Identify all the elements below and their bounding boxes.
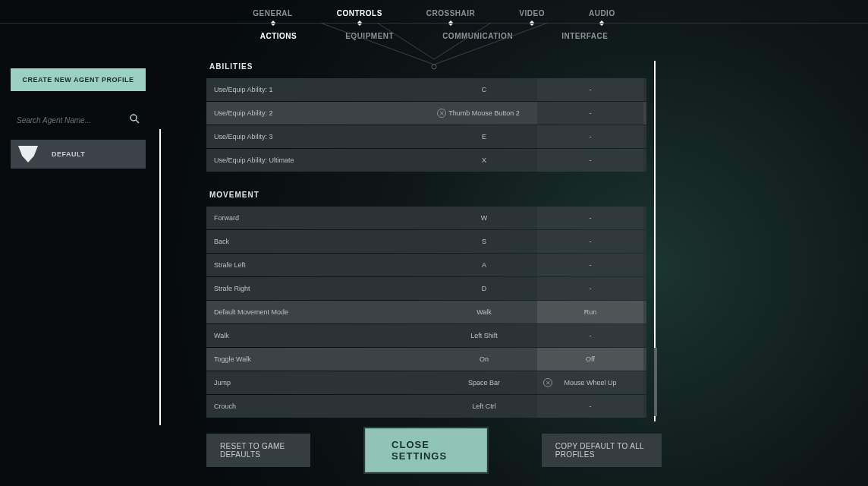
binding-label: Default Movement Mode bbox=[206, 301, 431, 323]
search-input[interactable] bbox=[17, 116, 130, 125]
tab-audio[interactable]: AUDIO bbox=[589, 6, 615, 21]
tab-crosshair[interactable]: CROSSHAIR bbox=[426, 6, 476, 21]
binding-row: Strafe RightD- bbox=[206, 277, 646, 300]
search-wrap bbox=[11, 109, 146, 131]
subtab-actions[interactable]: ACTIONS bbox=[260, 32, 297, 40]
binding-primary[interactable]: On bbox=[431, 348, 537, 371]
binding-primary[interactable]: W bbox=[431, 207, 537, 229]
close-settings-button[interactable]: CLOSE SETTINGS bbox=[365, 428, 487, 472]
reset-defaults-button[interactable]: RESET TO GAME DEFAULTS bbox=[206, 434, 310, 467]
main-tabs: GENERALCONTROLSCROSSHAIRVIDEOAUDIO bbox=[0, 0, 868, 23]
subtab-interface[interactable]: INTERFACE bbox=[561, 32, 608, 40]
binding-secondary[interactable]: - bbox=[537, 324, 643, 347]
binding-row: WalkLeft Shift- bbox=[206, 324, 646, 347]
binding-label: Use/Equip Ability: Ultimate bbox=[206, 149, 431, 172]
subtab-equipment[interactable]: EQUIPMENT bbox=[345, 32, 394, 40]
binding-primary[interactable]: Left Ctrl bbox=[431, 395, 537, 418]
binding-secondary[interactable]: ✕Mouse Wheel Up bbox=[537, 371, 643, 394]
binding-label: Back bbox=[206, 230, 431, 253]
binding-primary[interactable]: Space Bar bbox=[431, 371, 537, 394]
binding-primary[interactable]: Walk bbox=[431, 301, 537, 323]
binding-secondary[interactable]: Run bbox=[537, 301, 643, 323]
binding-row: Use/Equip Ability: UltimateX- bbox=[206, 149, 646, 172]
binding-secondary[interactable]: - bbox=[537, 277, 643, 300]
binding-primary[interactable]: ✕Thumb Mouse Button 2 bbox=[431, 102, 537, 125]
binding-label: Use/Equip Ability: 2 bbox=[206, 102, 431, 125]
binding-row: Toggle WalkOnOff bbox=[206, 348, 646, 371]
sub-tabs: ACTIONSEQUIPMENTCOMMUNICATIONINTERFACE bbox=[0, 23, 868, 46]
svg-point-5 bbox=[131, 115, 137, 121]
binding-row: Use/Equip Ability: 2✕Thumb Mouse Button … bbox=[206, 102, 646, 125]
settings-content: ABILITIESUse/Equip Ability: 1C-Use/Equip… bbox=[206, 59, 646, 422]
binding-secondary[interactable]: - bbox=[537, 149, 643, 172]
binding-row: Strafe LeftA- bbox=[206, 254, 646, 276]
binding-secondary[interactable]: - bbox=[537, 207, 643, 229]
binding-row: ForwardW- bbox=[206, 207, 646, 229]
section-title: MOVEMENT bbox=[209, 191, 646, 199]
binding-primary[interactable]: A bbox=[431, 254, 537, 276]
clear-binding-icon[interactable]: ✕ bbox=[543, 378, 552, 387]
copy-profiles-button[interactable]: COPY DEFAULT TO ALL PROFILES bbox=[542, 434, 662, 467]
binding-row: CrouchLeft Ctrl- bbox=[206, 395, 646, 418]
create-profile-button[interactable]: CREATE NEW AGENT PROFILE bbox=[11, 68, 146, 91]
subtab-communication[interactable]: COMMUNICATION bbox=[442, 32, 513, 40]
binding-secondary[interactable]: - bbox=[537, 78, 643, 101]
scrollbar-left bbox=[159, 129, 161, 425]
binding-primary[interactable]: X bbox=[431, 149, 537, 172]
section-title: ABILITIES bbox=[209, 62, 646, 71]
tab-video[interactable]: VIDEO bbox=[519, 6, 545, 21]
binding-secondary[interactable]: - bbox=[537, 125, 643, 148]
binding-row: Default Movement ModeWalkRun bbox=[206, 301, 646, 323]
tab-controls[interactable]: CONTROLS bbox=[337, 6, 382, 21]
profile-item-default[interactable]: DEFAULT bbox=[11, 140, 146, 169]
binding-secondary[interactable]: - bbox=[537, 395, 643, 418]
binding-row: Use/Equip Ability: 3E- bbox=[206, 125, 646, 148]
binding-secondary[interactable]: Off bbox=[537, 348, 643, 371]
valorant-logo-icon bbox=[18, 146, 38, 163]
binding-primary[interactable]: C bbox=[431, 78, 537, 101]
clear-binding-icon[interactable]: ✕ bbox=[437, 109, 446, 118]
binding-label: Jump bbox=[206, 371, 431, 394]
binding-label: Walk bbox=[206, 324, 431, 347]
svg-line-6 bbox=[136, 120, 139, 123]
binding-row: JumpSpace Bar✕Mouse Wheel Up bbox=[206, 371, 646, 394]
binding-secondary[interactable]: - bbox=[537, 254, 643, 276]
footer: RESET TO GAME DEFAULTS CLOSE SETTINGS CO… bbox=[206, 428, 662, 472]
binding-label: Strafe Left bbox=[206, 254, 431, 276]
search-icon[interactable] bbox=[130, 114, 140, 126]
binding-label: Toggle Walk bbox=[206, 348, 431, 371]
binding-row: Use/Equip Ability: 1C- bbox=[206, 78, 646, 101]
sidebar: CREATE NEW AGENT PROFILE DEFAULT bbox=[11, 68, 146, 169]
binding-label: Forward bbox=[206, 207, 431, 229]
binding-label: Use/Equip Ability: 1 bbox=[206, 78, 431, 101]
binding-label: Crouch bbox=[206, 395, 431, 418]
binding-label: Use/Equip Ability: 3 bbox=[206, 125, 431, 148]
binding-primary[interactable]: S bbox=[431, 230, 537, 253]
scrollbar-thumb[interactable] bbox=[654, 348, 657, 416]
binding-primary[interactable]: Left Shift bbox=[431, 324, 537, 347]
binding-secondary[interactable]: - bbox=[537, 230, 643, 253]
binding-row: BackS- bbox=[206, 230, 646, 253]
profile-label: DEFAULT bbox=[52, 150, 85, 158]
binding-label: Strafe Right bbox=[206, 277, 431, 300]
binding-primary[interactable]: D bbox=[431, 277, 537, 300]
tab-general[interactable]: GENERAL bbox=[253, 6, 292, 21]
binding-secondary[interactable]: - bbox=[537, 102, 643, 125]
binding-primary[interactable]: E bbox=[431, 125, 537, 148]
